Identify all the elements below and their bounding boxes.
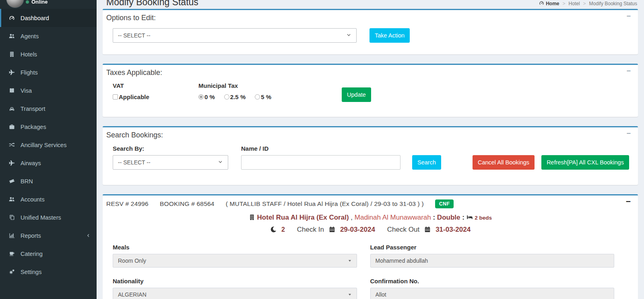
dates-line: 2 Check In 29-03-2024 Check Out 31-03-20… <box>103 226 638 234</box>
page-title: Modify Booking Status <box>106 0 198 8</box>
sidebar-item-label: Ancillary Services <box>21 142 66 148</box>
sidebar-item-dashboard[interactable]: Dashboard <box>0 9 97 27</box>
nights-count: 2 <box>281 226 285 233</box>
search-bookings-panel: − Search Bookings: Search By: -- SELECT … <box>103 126 638 185</box>
users-icon <box>9 33 18 39</box>
sidebar-item-transport[interactable]: Transport <box>0 100 97 118</box>
online-status-label: Online <box>31 0 47 5</box>
car-icon <box>9 106 18 112</box>
plane-icon <box>9 160 18 166</box>
municipal-tax-radio-0[interactable] <box>198 94 204 100</box>
cup-icon <box>9 251 18 257</box>
search-button[interactable]: Search <box>412 155 441 170</box>
collapse-minus-icon[interactable]: − <box>626 12 631 20</box>
vat-applicable-label: Applicable <box>119 93 149 100</box>
calendar-icon <box>424 226 431 234</box>
online-status-icon <box>26 0 29 4</box>
nationality-label: Nationality <box>113 278 357 284</box>
chevron-down-icon <box>346 32 351 39</box>
lead-passenger-input[interactable] <box>370 254 615 268</box>
municipal-tax-radios: 0 %2.5 %5 % <box>198 93 281 100</box>
sidebar-item-catering[interactable]: Catering <box>0 245 97 263</box>
search-by-select-value: -- SELECT -- <box>118 159 151 166</box>
sidebar-item-label: Agents <box>21 33 39 39</box>
sidebar-item-label: Dashboard <box>21 15 49 21</box>
sidebar-item-visa[interactable]: Visa <box>0 81 97 100</box>
sidebar-item-ancillary-services[interactable]: Ancillary Services <box>0 136 97 154</box>
nationality-select[interactable]: ALGERIAN <box>113 288 357 299</box>
search-by-select[interactable]: -- SELECT -- <box>113 155 228 170</box>
status-badge: CNF <box>435 199 454 208</box>
options-select[interactable]: -- SELECT -- <box>113 28 357 43</box>
breadcrumb-label: Modify Booking Status <box>589 1 637 6</box>
breadcrumb-home[interactable]: Home <box>539 0 559 7</box>
check-in-label: Check In <box>297 226 324 234</box>
chevron-left-icon <box>86 233 91 238</box>
collapse-minus-icon[interactable]: − <box>626 130 631 137</box>
briefcase-icon <box>9 124 18 130</box>
breadcrumb-separator: > <box>583 1 586 6</box>
gauge-icon <box>9 15 18 21</box>
sidebar-item-packages[interactable]: Packages <box>0 118 97 136</box>
sidebar-item-brn[interactable]: BRN <box>0 172 97 190</box>
sidebar-item-hotels[interactable]: Hotels <box>0 45 97 63</box>
sidebar-item-settings[interactable]: Settings <box>0 263 97 281</box>
hotel-info-line: Hotel Rua Al Hijra (Ex Coral) , Madinah … <box>103 214 638 222</box>
collapse-minus-icon[interactable]: − <box>626 197 631 206</box>
breadcrumb-label: Home <box>546 1 559 6</box>
meals-select[interactable]: Room Only <box>113 254 357 268</box>
check-out-label: Check Out <box>387 226 419 234</box>
user-status: Online <box>26 0 47 5</box>
booking-summary: ( MUTALLIB STAFF / Hotel Rua Al Hijra (E… <box>226 200 424 208</box>
vat-applicable-checkbox[interactable] <box>113 94 118 100</box>
collapse-minus-icon[interactable]: − <box>626 67 631 75</box>
check-out-date: 31-03-2024 <box>436 226 471 234</box>
sidebar-item-flights[interactable]: Flights <box>0 63 97 81</box>
beds-count: 2 beds <box>475 215 492 221</box>
search-by-label: Search By: <box>113 145 228 152</box>
municipal-tax-radio-label: 5 % <box>261 93 271 100</box>
municipal-tax-radio-1[interactable] <box>224 94 229 100</box>
sidebar-item-label: Visa <box>21 87 32 94</box>
caret-down-icon <box>348 291 352 298</box>
take-action-button[interactable]: Take Action <box>369 28 410 43</box>
sidebar-item-label: Flights <box>21 69 38 76</box>
sidebar-item-airways[interactable]: Airways <box>0 154 97 172</box>
breadcrumb-separator: > <box>563 1 566 6</box>
meals-label: Meals <box>113 244 357 251</box>
meals-select-value: Room Only <box>118 257 146 264</box>
bed-icon <box>466 214 473 221</box>
comma-separator: , <box>351 214 353 221</box>
municipal-tax-label: Municipal Tax <box>198 82 238 89</box>
nationality-select-value: ALGERIAN <box>118 291 147 298</box>
name-id-input[interactable] <box>241 155 400 170</box>
hotel-building-icon <box>249 214 255 221</box>
confirmation-no-label: Confirmation No. <box>370 278 615 284</box>
sidebar-item-label: Hotels <box>21 51 37 58</box>
user-panel: Online <box>0 0 97 9</box>
refresh-cxl-bookings-button[interactable]: Refresh[PA] All CXL Bookings <box>541 155 629 170</box>
colon-separator: : <box>433 214 435 221</box>
sidebar-item-reports[interactable]: Reports <box>0 226 97 245</box>
sidebar-item-label: Packages <box>21 124 46 130</box>
sidebar-item-label: Settings <box>21 269 41 275</box>
options-select-value: -- SELECT -- <box>118 32 151 39</box>
name-id-label: Name / ID <box>241 145 400 152</box>
taxes-applicable-panel: − Taxes Applicable: VAT Applicable Munic… <box>103 64 638 117</box>
avatar <box>6 0 24 8</box>
breadcrumb-hotel[interactable]: Hotel <box>569 1 580 6</box>
confirmation-no-input[interactable] <box>370 288 615 299</box>
sidebar-item-label: Accounts <box>21 196 45 203</box>
copy-icon <box>9 214 18 220</box>
municipal-tax-radio-2[interactable] <box>255 94 260 100</box>
dashboard-icon <box>539 0 544 7</box>
municipal-tax-radio-label: 2.5 % <box>230 93 246 100</box>
breadcrumb: Home>Hotel>Modify Booking Status <box>539 0 637 7</box>
chart-icon <box>9 233 18 239</box>
sidebar-item-agents[interactable]: Agents <box>0 27 97 45</box>
sidebar-item-accounts[interactable]: Accounts <box>0 190 97 208</box>
cancel-all-bookings-button[interactable]: Cancel All Bookings <box>473 155 535 170</box>
sidebar-item-unified-masters[interactable]: Unified Masters <box>0 208 97 226</box>
chevron-down-icon <box>218 159 223 166</box>
update-button[interactable]: Update <box>342 87 371 102</box>
